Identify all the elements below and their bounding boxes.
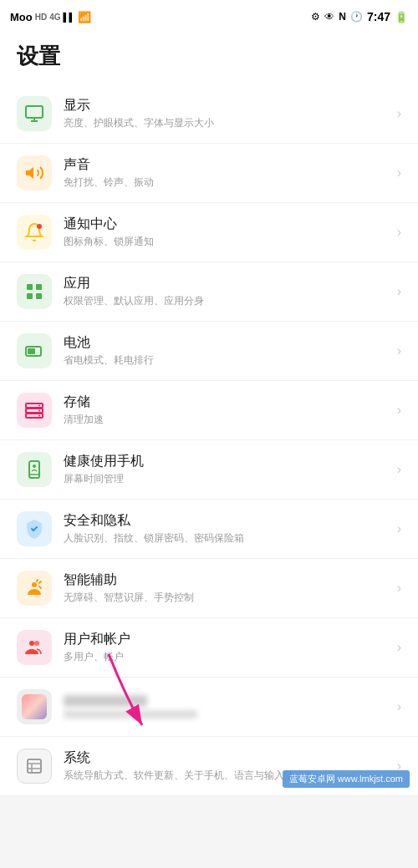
svg-marker-3 — [26, 167, 33, 179]
battery-settings-icon — [24, 341, 44, 361]
assist-text: 智能辅助 无障碍、智慧识屏、手势控制 — [64, 571, 390, 605]
eye-icon: 👁 — [324, 11, 334, 23]
display-subtitle: 亮度、护眼模式、字体与显示大小 — [64, 116, 390, 130]
display-icon — [24, 104, 44, 124]
sound-title: 声音 — [64, 156, 390, 174]
display-text: 显示 亮度、护眼模式、字体与显示大小 — [64, 97, 390, 130]
wifi-icon: 📶 — [78, 11, 91, 23]
display-title: 显示 — [64, 97, 390, 114]
user-title: 用户和帐户 — [64, 631, 390, 648]
notif-icon-bg — [17, 215, 52, 250]
svg-rect-5 — [27, 284, 33, 290]
storage-icon-bg — [17, 393, 52, 428]
svg-rect-0 — [26, 106, 43, 118]
svg-point-17 — [38, 415, 40, 417]
settings-item-display[interactable]: 显示 亮度、护眼模式、字体与显示大小 › — [0, 84, 418, 144]
svg-point-23 — [34, 641, 39, 646]
security-icon — [24, 519, 44, 539]
system-icon — [24, 756, 44, 776]
battery-title: 电池 — [64, 334, 390, 352]
settings-item-battery[interactable]: 电池 省电模式、耗电排行 › — [0, 322, 418, 381]
health-title: 健康使用手机 — [64, 453, 390, 470]
blurred-arrow: › — [397, 699, 401, 714]
svg-rect-10 — [28, 348, 35, 354]
storage-arrow: › — [397, 403, 401, 418]
system-icon-bg — [17, 749, 52, 784]
notif-arrow: › — [397, 225, 401, 240]
user-arrow: › — [397, 640, 401, 655]
blurred-icon — [22, 694, 47, 719]
apps-subtitle: 权限管理、默认应用、应用分身 — [64, 294, 390, 308]
settings-item-security[interactable]: 安全和隐私 人脸识别、指纹、锁屏密码、密码保险箱 › — [0, 500, 418, 559]
page-wrapper: Moo HD 4G ▌▌ 📶 ⚙ 👁 N 🕐 7:47 🔋 设置 — [0, 0, 418, 796]
settings-item-apps[interactable]: 应用 权限管理、默认应用、应用分身 › — [0, 262, 418, 322]
apps-icon-bg — [17, 274, 52, 309]
settings-status-icon: ⚙ — [311, 11, 320, 23]
notif-text: 通知中心 图标角标、锁屏通知 — [64, 216, 390, 249]
apps-icon — [24, 282, 44, 302]
notif-title: 通知中心 — [64, 216, 390, 233]
settings-item-health[interactable]: 健康使用手机 屏幕时间管理 › — [0, 440, 418, 500]
svg-point-4 — [37, 224, 42, 229]
system-title: 系统 — [64, 749, 390, 767]
security-title: 安全和隐私 — [64, 512, 390, 530]
display-icon-bg — [17, 96, 52, 131]
user-subtitle: 多用户、帐户 — [64, 650, 390, 664]
settings-item-storage[interactable]: 存储 清理加速 › — [0, 381, 418, 440]
sound-icon-bg — [17, 155, 52, 190]
apps-text: 应用 权限管理、默认应用、应用分身 — [64, 275, 390, 308]
apps-arrow: › — [397, 284, 401, 299]
svg-rect-24 — [28, 759, 41, 773]
assist-title: 智能辅助 — [64, 571, 390, 589]
svg-point-15 — [38, 405, 40, 407]
storage-subtitle: 清理加速 — [64, 413, 390, 427]
page-title: 设置 — [17, 43, 60, 69]
sound-text: 声音 免打扰、铃声、振动 — [64, 156, 390, 190]
apps-title: 应用 — [64, 275, 390, 292]
watermark: 蓝莓安卓网 www.lmkjst.com — [283, 770, 410, 788]
blurred-text — [64, 695, 390, 718]
network-hd: HD — [35, 13, 47, 22]
health-icon — [24, 459, 44, 480]
security-icon-bg — [17, 511, 52, 546]
storage-icon — [24, 400, 44, 420]
security-arrow: › — [397, 521, 401, 536]
storage-text: 存储 清理加速 — [64, 393, 390, 427]
health-icon-bg — [17, 452, 52, 487]
svg-point-16 — [38, 410, 40, 412]
sound-arrow: › — [397, 165, 401, 180]
settings-item-blurred[interactable]: › — [0, 678, 418, 737]
security-text: 安全和隐私 人脸识别、指纹、锁屏密码、密码保险箱 — [64, 512, 390, 546]
status-bar: Moo HD 4G ▌▌ 📶 ⚙ 👁 N 🕐 7:47 🔋 — [0, 0, 418, 33]
signal-4g: 4G — [49, 13, 60, 22]
health-text: 健康使用手机 屏幕时间管理 — [64, 453, 390, 486]
blurred-icon-bg — [17, 689, 52, 724]
notif-subtitle: 图标角标、锁屏通知 — [64, 235, 390, 249]
settings-item-sound[interactable]: 声音 免打扰、铃声、振动 › — [0, 144, 418, 203]
svg-point-20 — [33, 464, 36, 468]
svg-point-21 — [32, 582, 37, 587]
settings-item-user[interactable]: 用户和帐户 多用户、帐户 › — [0, 618, 418, 678]
status-right: ⚙ 👁 N 🕐 7:47 🔋 — [311, 10, 408, 23]
sound-subtitle: 免打扰、铃声、振动 — [64, 175, 390, 190]
battery-subtitle: 省电模式、耗电排行 — [64, 353, 390, 368]
svg-point-22 — [29, 641, 34, 646]
assist-icon — [24, 578, 44, 598]
settings-item-assist[interactable]: 智能辅助 无障碍、智慧识屏、手势控制 › — [0, 559, 418, 618]
health-arrow: › — [397, 462, 401, 477]
user-text: 用户和帐户 多用户、帐户 — [64, 631, 390, 664]
battery-icon-bg — [17, 333, 52, 368]
battery-arrow: › — [397, 343, 401, 358]
assist-arrow: › — [397, 581, 401, 596]
settings-list: 显示 亮度、护眼模式、字体与显示大小 › 声音 免打扰、铃声、振动 › — [0, 84, 418, 796]
security-subtitle: 人脸识别、指纹、锁屏密码、密码保险箱 — [64, 531, 390, 546]
svg-rect-7 — [27, 293, 33, 299]
settings-item-notification[interactable]: 通知中心 图标角标、锁屏通知 › — [0, 203, 418, 262]
storage-title: 存储 — [64, 393, 390, 411]
notif-icon — [24, 222, 44, 242]
health-subtitle: 屏幕时间管理 — [64, 472, 390, 486]
display-arrow: › — [397, 106, 401, 121]
battery-text: 电池 省电模式、耗电排行 — [64, 334, 390, 368]
assist-icon-bg — [17, 571, 52, 606]
carrier-text: Moo — [10, 11, 33, 23]
